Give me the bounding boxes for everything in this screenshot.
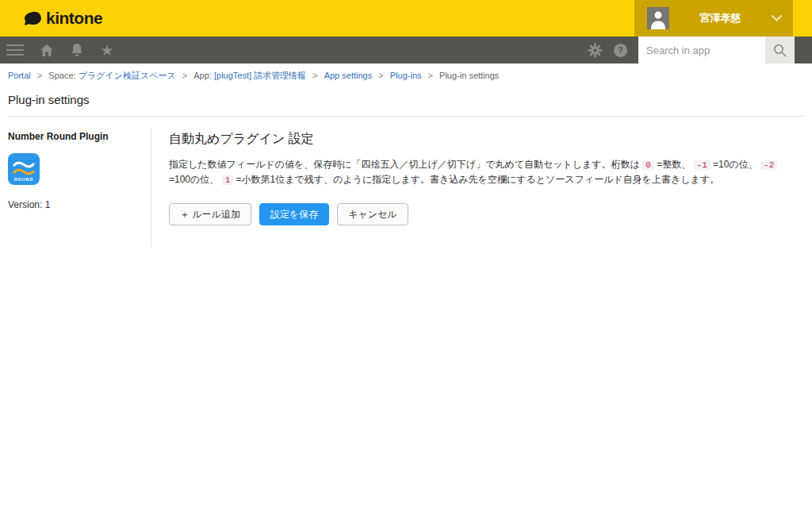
add-rule-button[interactable]: ＋ ルール追加: [169, 203, 251, 225]
user-avatar: [647, 7, 669, 29]
breadcrumb-separator: >: [428, 71, 433, 80]
search-input[interactable]: [638, 37, 765, 64]
breadcrumb-separator: >: [182, 71, 187, 80]
breadcrumb-app-prefix: App:: [193, 71, 212, 80]
notifications-bell-icon[interactable]: [67, 37, 87, 64]
hamburger-menu-icon[interactable]: [6, 44, 24, 56]
breadcrumb-separator: >: [378, 71, 383, 80]
plugin-description: 指定した数値フィールドの値を、保存時に「四捨五入／切上げ／切下げ」で丸めて自動セ…: [169, 157, 801, 187]
search-button[interactable]: [765, 37, 795, 64]
app-search: [638, 37, 795, 64]
app-header: kintone 宮澤孝慈: [0, 0, 812, 37]
page-title: Plug-in settings: [0, 87, 812, 116]
global-navbar: ★ ?: [0, 37, 812, 64]
home-icon[interactable]: [36, 37, 57, 64]
user-menu[interactable]: 宮澤孝慈: [634, 0, 793, 37]
breadcrumb-space-prefix: Space:: [48, 71, 75, 80]
description-code-0: 0: [642, 160, 654, 170]
plugin-round-icon: ROUND: [8, 153, 40, 185]
description-code-minus2: -2: [760, 160, 777, 170]
help-icon[interactable]: ?: [610, 37, 630, 64]
description-text: 指定した数値フィールドの値を、保存時に「四捨五入／切上げ／切下げ」で丸めて自動セ…: [169, 159, 642, 170]
plugin-version: Version: 1: [8, 199, 143, 210]
breadcrumb-separator: >: [37, 71, 42, 80]
plugin-sidebar: Number Round Plugin ROUND Version: 1: [0, 128, 151, 247]
chevron-down-icon: [772, 15, 782, 21]
breadcrumb-space-link[interactable]: プラグイン検証スペース: [79, 71, 176, 80]
description-text: =小数第1位まで残す、のように指定します。書き込み先を空欄にするとソースフィール…: [233, 174, 719, 185]
plugin-settings-main: 自動丸めプラグイン 設定 指定した数値フィールドの値を、保存時に「四捨五入／切上…: [151, 128, 812, 247]
breadcrumb-separator: >: [312, 71, 317, 80]
save-settings-button[interactable]: 設定を保存: [259, 203, 329, 225]
description-text: =整数、: [654, 159, 694, 170]
svg-text:?: ?: [618, 45, 623, 55]
search-icon: [773, 44, 787, 57]
description-text: =100の位、: [169, 174, 222, 185]
plugin-icon-label: ROUND: [14, 177, 34, 182]
kintone-logo-icon: [24, 11, 42, 26]
kintone-logo-text: kintone: [46, 9, 102, 28]
user-avatar-icon: [647, 7, 669, 29]
breadcrumb-portal-link[interactable]: Portal: [8, 71, 31, 80]
navbar-right-gap: [795, 37, 812, 64]
breadcrumb-app-settings-link[interactable]: App settings: [324, 71, 373, 80]
breadcrumb: Portal > Space: プラグイン検証スペース > App: [plug…: [0, 64, 812, 87]
breadcrumb-current: Plug-in settings: [439, 71, 499, 80]
favorites-star-icon[interactable]: ★: [97, 37, 117, 64]
breadcrumb-plugins-link[interactable]: Plug-ins: [390, 71, 422, 80]
description-code-1: 1: [222, 175, 234, 185]
plugin-settings-heading: 自動丸めプラグイン 設定: [169, 131, 801, 148]
user-name: 宮澤孝慈: [669, 11, 772, 25]
description-code-minus1: -1: [694, 160, 710, 170]
content-area: Number Round Plugin ROUND Version: 1 自動丸…: [0, 117, 812, 247]
cancel-button[interactable]: キャンセル: [337, 203, 408, 225]
gear-icon[interactable]: [584, 37, 605, 64]
settings-button-row: ＋ ルール追加 設定を保存 キャンセル: [169, 203, 801, 225]
description-text: =10の位、: [710, 159, 760, 170]
kintone-logo[interactable]: kintone: [24, 0, 102, 37]
plugin-name: Number Round Plugin: [8, 131, 143, 142]
breadcrumb-app-link[interactable]: [plugTest] 請求管理情報: [214, 71, 306, 80]
